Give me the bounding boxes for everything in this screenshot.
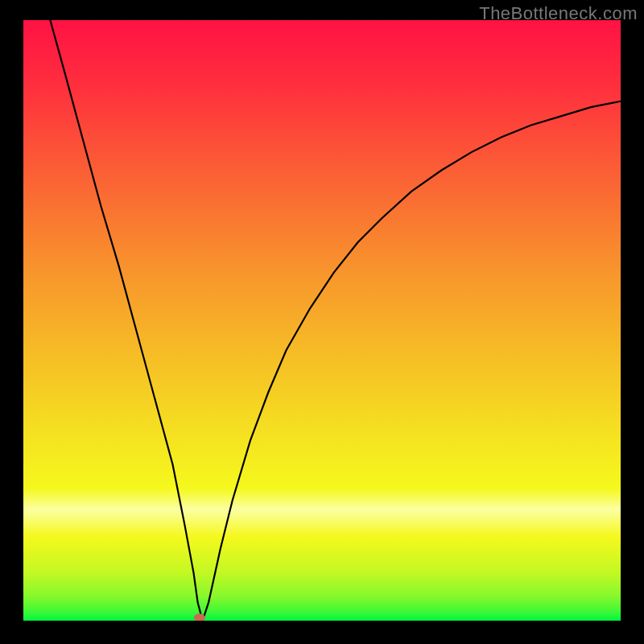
- watermark-text: TheBottleneck.com: [479, 3, 638, 24]
- chart-plot-area: [23, 20, 621, 621]
- chart-curve: [23, 20, 621, 621]
- chart-marker: [194, 613, 205, 621]
